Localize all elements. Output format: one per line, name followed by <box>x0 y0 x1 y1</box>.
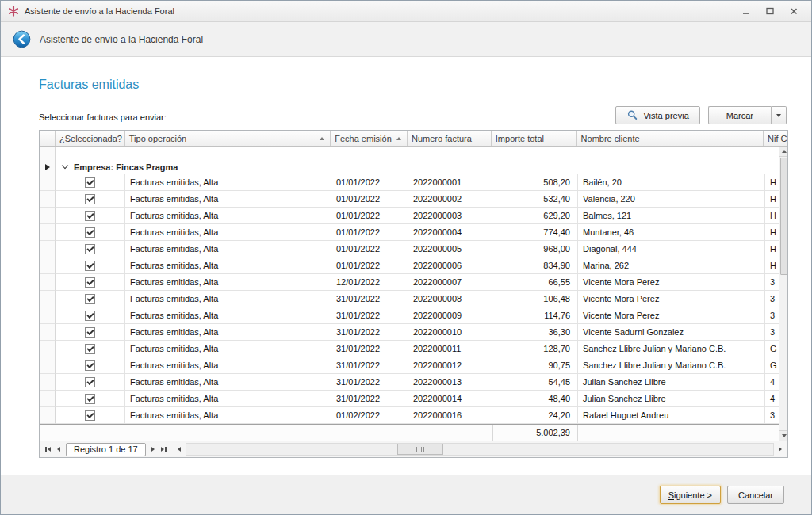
back-button[interactable] <box>12 30 31 49</box>
scroll-down-button[interactable] <box>779 430 788 441</box>
row-indicator-cell <box>40 208 56 224</box>
selected-checkbox[interactable] <box>85 177 95 188</box>
wizard-header: Asistente de envío a la Hacienda Foral <box>1 22 811 57</box>
group-row[interactable]: Empresa: Fincas Pragma <box>40 160 779 174</box>
invoice-row[interactable]: Facturas emitidas, Alta 01/02/2022 20220… <box>40 407 779 424</box>
invoice-row[interactable]: Facturas emitidas, Alta 31/01/2022 20220… <box>40 291 779 307</box>
horizontal-scroll-thumb[interactable] <box>397 444 443 455</box>
hscroll-left-button[interactable] <box>174 443 184 456</box>
column-header-fecha-emision[interactable]: Fecha emisión <box>331 131 408 146</box>
selected-checkbox[interactable] <box>85 294 95 304</box>
vertical-scroll-thumb[interactable] <box>780 158 788 275</box>
record-position-label: Registro 1 de 17 <box>66 443 146 456</box>
invoice-row[interactable]: Facturas emitidas, Alta 01/01/2022 20220… <box>40 224 779 241</box>
mark-dropdown-button[interactable] <box>771 106 787 124</box>
fecha-emision-cell: 31/01/2022 <box>331 391 408 407</box>
vertical-scrollbar[interactable] <box>779 147 787 441</box>
selected-checkbox[interactable] <box>85 377 95 387</box>
column-header-tipo-operacion[interactable]: Tipo operación <box>125 131 331 146</box>
hscroll-right-button[interactable] <box>776 443 785 456</box>
invoices-grid: ¿Seleccionada? Tipo operación Fecha emis… <box>39 130 788 458</box>
invoice-row[interactable]: Facturas emitidas, Alta 12/01/2022 20220… <box>40 274 779 291</box>
nif-cliente-cell: H <box>765 191 779 208</box>
previous-record-button[interactable] <box>54 443 63 456</box>
chevron-down-icon <box>776 114 781 117</box>
maximize-button[interactable] <box>764 6 776 17</box>
dialog-footer: Siguiente > Cancelar <box>1 475 811 514</box>
nif-cliente-cell: H <box>765 241 779 258</box>
preview-button[interactable]: Vista previa <box>615 106 699 124</box>
selected-checkbox[interactable] <box>85 344 95 354</box>
scroll-up-button[interactable] <box>779 147 788 157</box>
invoice-row[interactable]: Facturas emitidas, Alta 31/01/2022 20220… <box>40 307 779 324</box>
magnifier-icon <box>626 109 638 121</box>
minimize-button[interactable] <box>741 6 752 17</box>
selected-checkbox[interactable] <box>85 244 95 254</box>
grid-header-row: ¿Seleccionada? Tipo operación Fecha emis… <box>40 131 787 147</box>
tipo-operacion-cell: Facturas emitidas, Alta <box>125 191 331 208</box>
column-header-label: Nombre cliente <box>581 134 640 143</box>
app-logo-icon <box>8 6 19 17</box>
invoice-row[interactable]: Facturas emitidas, Alta 01/01/2022 20220… <box>40 174 779 191</box>
current-row-indicator-icon <box>45 164 50 170</box>
numero-factura-cell: 2022000016 <box>408 407 492 424</box>
column-header-nif-cliente[interactable]: Nif C <box>764 131 787 146</box>
group-collapse-chevron-icon[interactable] <box>62 162 68 169</box>
summary-total: 5.002,39 <box>492 425 578 441</box>
column-header-importe-total[interactable]: Importe total <box>492 131 577 146</box>
tipo-operacion-cell: Facturas emitidas, Alta <box>125 174 331 191</box>
cancel-button[interactable]: Cancelar <box>727 486 784 504</box>
next-button[interactable]: Siguiente > <box>660 486 721 504</box>
triangle-left-icon <box>57 447 60 452</box>
column-header-nombre-cliente[interactable]: Nombre cliente <box>577 131 764 146</box>
column-header-label: Nif C <box>768 134 787 143</box>
triangle-right-icon <box>161 447 164 452</box>
preview-button-label: Vista previa <box>643 111 688 120</box>
invoice-row[interactable]: Facturas emitidas, Alta 31/01/2022 20220… <box>40 341 779 357</box>
selected-checkbox[interactable] <box>85 211 95 221</box>
nombre-cliente-cell: Valencia, 220 <box>578 191 765 208</box>
row-indicator-cell <box>40 407 56 424</box>
row-indicator-cell <box>40 307 56 324</box>
column-header-seleccionada[interactable]: ¿Seleccionada? <box>56 131 125 146</box>
tipo-operacion-cell: Facturas emitidas, Alta <box>125 307 331 324</box>
nif-cliente-cell: 3 <box>765 291 779 307</box>
selected-checkbox[interactable] <box>85 410 95 421</box>
invoice-row[interactable]: Facturas emitidas, Alta 01/01/2022 20220… <box>40 258 779 274</box>
selected-checkbox[interactable] <box>85 327 95 338</box>
last-record-button[interactable] <box>158 443 170 456</box>
nombre-cliente-cell: Vicente Mora Perez <box>578 274 765 291</box>
titlebar[interactable]: Asistente de envío a la Hacienda Foral <box>1 1 811 22</box>
invoice-row[interactable]: Facturas emitidas, Alta 01/01/2022 20220… <box>40 208 779 224</box>
selected-cell <box>56 174 125 191</box>
invoice-row[interactable]: Facturas emitidas, Alta 31/01/2022 20220… <box>40 391 779 407</box>
invoice-row[interactable]: Facturas emitidas, Alta 31/01/2022 20220… <box>40 357 779 374</box>
column-header-numero-factura[interactable]: Numero factura <box>408 131 492 146</box>
selected-checkbox[interactable] <box>85 277 95 288</box>
horizontal-scrollbar[interactable] <box>186 443 774 456</box>
selected-checkbox[interactable] <box>85 394 95 404</box>
mark-button[interactable]: Marcar <box>708 106 771 124</box>
tipo-operacion-cell: Facturas emitidas, Alta <box>125 357 331 374</box>
selected-checkbox[interactable] <box>85 311 95 321</box>
importe-total-cell: 24,20 <box>492 407 578 424</box>
invoice-row[interactable]: Facturas emitidas, Alta 31/01/2022 20220… <box>40 374 779 391</box>
selected-checkbox[interactable] <box>85 227 95 238</box>
fecha-emision-cell: 01/01/2022 <box>331 191 408 208</box>
selected-checkbox[interactable] <box>85 261 95 271</box>
importe-total-cell: 90,75 <box>492 357 578 374</box>
close-button[interactable] <box>788 6 799 17</box>
selected-cell <box>56 274 125 291</box>
nif-cliente-cell: H <box>765 208 779 224</box>
selected-checkbox[interactable] <box>85 194 95 204</box>
invoice-row[interactable]: Facturas emitidas, Alta 01/01/2022 20220… <box>40 191 779 208</box>
first-record-button[interactable] <box>42 443 54 456</box>
selected-checkbox[interactable] <box>85 360 95 371</box>
importe-total-cell: 774,40 <box>492 224 578 241</box>
numero-factura-cell: 2022000004 <box>408 224 492 241</box>
invoice-row[interactable]: Facturas emitidas, Alta 01/01/2022 20220… <box>40 241 779 258</box>
invoice-row[interactable]: Facturas emitidas, Alta 31/01/2022 20220… <box>40 324 779 341</box>
nif-cliente-cell: 3 <box>765 407 779 424</box>
next-record-button[interactable] <box>148 443 158 456</box>
nif-cliente-cell: H <box>765 174 779 191</box>
